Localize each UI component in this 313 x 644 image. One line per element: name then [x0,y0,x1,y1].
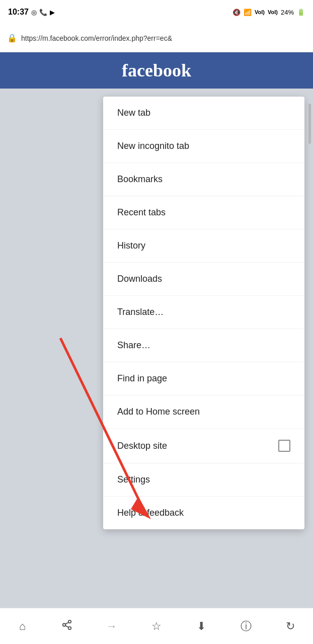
menu-item-downloads[interactable]: Downloads [103,263,304,296]
desktop-site-checkbox[interactable] [278,440,290,452]
info-button[interactable]: ⓘ [231,611,261,641]
home-button[interactable]: ⌂ [7,611,37,641]
info-icon: ⓘ [241,619,252,634]
status-right: 🔇 📶 Vol) Vol) 24% 🔋 [232,9,305,16]
star-icon: ☆ [151,620,162,633]
menu-item-share[interactable]: Share… [103,329,304,362]
menu-item-settings[interactable]: Settings [103,463,304,497]
signal2-icon: Vol) [268,9,278,15]
menu-item-help-feedback[interactable]: Help & feedback [103,497,304,529]
download-icon: ⬇ [197,620,206,633]
download-button[interactable]: ⬇ [186,611,216,641]
youtube-icon: ▶ [50,9,55,16]
scrollbar[interactable] [308,104,311,144]
url-bar[interactable]: 🔒 https://m.facebook.com/error/index.php… [0,24,313,52]
menu-item-translate[interactable]: Translate… [103,296,304,329]
browser-menu: New tab New incognito tab Bookmarks Rece… [103,97,304,529]
menu-item-find-in-page[interactable]: Find in page [103,362,304,395]
wifi-icon: 📶 [244,9,252,16]
menu-label-find-in-page: Find in page [117,373,167,384]
menu-label-translate: Translate… [117,307,164,317]
share-button[interactable] [52,611,82,641]
menu-label-downloads: Downloads [117,274,162,284]
status-bar: 10:37 ◎ 📞 ▶ 🔇 📶 Vol) Vol) 24% 🔋 [0,0,313,24]
forward-icon: → [106,620,117,633]
menu-label-history: History [117,240,145,251]
menu-label-add-to-home: Add to Home screen [117,407,200,417]
menu-item-add-to-home[interactable]: Add to Home screen [103,395,304,429]
menu-label-new-incognito-tab: New incognito tab [117,141,189,151]
svg-line-5 [65,625,68,627]
refresh-button[interactable]: ↻ [275,611,305,641]
menu-item-new-tab[interactable]: New tab [103,97,304,130]
menu-item-desktop-site[interactable]: Desktop site [103,429,304,463]
status-time: 10:37 [8,8,29,17]
battery-indicator: 24% [281,9,294,16]
menu-label-help-feedback: Help & feedback [117,508,184,518]
forward-button[interactable]: → [97,611,127,641]
battery-icon: 🔋 [297,9,305,16]
facebook-header: facebook [0,52,313,89]
bookmark-button[interactable]: ☆ [141,611,172,641]
share-icon [61,619,72,633]
phone-icon: 📞 [39,9,47,16]
menu-label-settings: Settings [117,474,150,485]
facebook-logo: facebook [122,60,191,81]
menu-label-desktop-site: Desktop site [117,441,167,451]
signal1-icon: Vol) [255,9,265,15]
mute-icon: 🔇 [232,9,241,16]
menu-item-history[interactable]: History [103,229,304,263]
status-left: 10:37 ◎ 📞 ▶ [8,8,55,17]
svg-line-6 [65,622,68,624]
menu-label-new-tab: New tab [117,108,150,118]
menu-label-share: Share… [117,340,150,351]
whatsapp-icon: ◎ [31,9,37,16]
bottom-nav: ⌂ → ☆ ⬇ ⓘ ↻ [0,608,313,644]
home-icon: ⌂ [19,620,26,633]
url-text: https://m.facebook.com/error/index.php?e… [21,34,306,42]
menu-item-new-incognito-tab[interactable]: New incognito tab [103,130,304,163]
refresh-icon: ↻ [286,620,295,633]
menu-label-bookmarks: Bookmarks [117,174,163,185]
menu-item-bookmarks[interactable]: Bookmarks [103,163,304,196]
menu-item-recent-tabs[interactable]: Recent tabs [103,196,304,229]
menu-label-recent-tabs: Recent tabs [117,207,166,218]
lock-icon: 🔒 [7,33,17,43]
page-background: New tab New incognito tab Bookmarks Rece… [0,89,313,608]
